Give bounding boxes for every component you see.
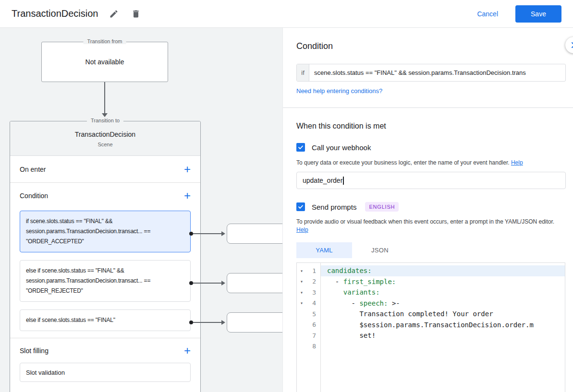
line-number: 1 [306, 267, 320, 274]
code-line[interactable]: candidates: [321, 265, 565, 276]
condition-section-row[interactable]: Condition + [10, 183, 200, 209]
condition-expression-input[interactable]: scene.slots.status == "FINAL" && session… [309, 64, 565, 81]
panel-title: Condition [296, 41, 333, 51]
add-condition-icon[interactable]: + [184, 190, 191, 201]
webhook-help-link[interactable]: Help [511, 159, 523, 166]
code-line[interactable]: - speech: >- [321, 298, 565, 309]
condition-card[interactable]: if scene.slots.status == "FINAL" && sess… [20, 211, 191, 252]
event-handler-value: update_order [303, 177, 342, 184]
collapse-panel-button[interactable] [565, 37, 573, 53]
transition-to-label: Transition to [87, 118, 123, 123]
slot-filling-row[interactable]: Slot filling + [10, 338, 200, 363]
tab-json[interactable]: JSON [352, 242, 408, 258]
connector-line [193, 322, 222, 323]
on-enter-label: On enter [20, 166, 46, 173]
editor-code[interactable]: candidates: - first_simple: variants: - … [321, 263, 565, 392]
scene-type: Scene [10, 142, 200, 148]
call-webhook-label: Call your webhook [312, 143, 371, 152]
connector-line [193, 233, 222, 234]
topbar: TransactionDecision Cancel Save [0, 0, 573, 28]
editor-gutter: ▾1▾2▾3▾45678 [297, 263, 321, 392]
text-cursor [343, 177, 344, 185]
fold-arrow-icon[interactable]: ▾ [297, 290, 306, 295]
add-on-enter-icon[interactable]: + [184, 164, 191, 175]
transition-arrow-head [102, 113, 108, 117]
scene-name: TransactionDecision [10, 130, 200, 139]
transition-target-node[interactable] [227, 312, 282, 333]
connector-arrowhead [221, 231, 225, 236]
conditions-help-link[interactable]: Need help entering conditions? [296, 87, 382, 95]
call-webhook-checkbox[interactable] [296, 143, 305, 152]
transition-from-node: Transition from Not available [41, 42, 168, 82]
transition-from-label: Transition from [84, 38, 126, 44]
topbar-actions: Cancel Save [477, 5, 561, 23]
scene-card: Transition to TransactionDecision Scene … [10, 121, 201, 392]
slot-filling-label: Slot filling [20, 347, 49, 355]
condition-detail-panel: Condition if scene.slots.status == "FINA… [282, 28, 573, 392]
scene-graph-canvas: Transition from Not available Transition… [0, 28, 282, 392]
editor-tabs: YAML JSON [296, 242, 408, 258]
condition-card-list: if scene.slots.status == "FINAL" && sess… [10, 209, 200, 338]
prompts-description: To provide audio or visual feedback when… [296, 218, 563, 234]
pencil-icon [109, 9, 119, 19]
code-line[interactable]: Transaction completed! Your order [321, 309, 565, 320]
fold-arrow-icon[interactable]: ▾ [297, 268, 306, 273]
send-prompts-label: Send prompts [312, 203, 356, 211]
line-number: 6 [306, 321, 320, 328]
cancel-button[interactable]: Cancel [477, 10, 498, 18]
event-handler-input[interactable]: update_order [296, 172, 566, 189]
send-prompts-row: Send prompts ENGLISH [296, 202, 399, 212]
transition-arrow-line [104, 82, 105, 114]
trash-icon [131, 9, 141, 19]
chevron-right-icon [570, 41, 573, 49]
send-prompts-checkbox[interactable] [296, 202, 305, 211]
call-webhook-row: Call your webhook [296, 143, 371, 152]
code-line[interactable]: - first_simple: [321, 276, 565, 287]
transition-target-node[interactable] [227, 273, 282, 293]
edit-title-button[interactable] [108, 8, 120, 20]
line-number: 5 [306, 310, 320, 318]
language-badge: ENGLISH [365, 202, 399, 212]
checkmark-icon [298, 144, 304, 150]
connector-line [193, 283, 222, 284]
checkmark-icon [298, 204, 304, 210]
scene-card-header[interactable]: TransactionDecision Scene [10, 121, 200, 156]
condition-expression-row: if scene.slots.status == "FINAL" && sess… [296, 64, 566, 82]
condition-card[interactable]: else if scene.slots.status == "FINAL" [20, 309, 191, 331]
condition-card[interactable]: else if scene.slots.status == "FINAL" &&… [20, 260, 191, 302]
topbar-title-group: TransactionDecision [12, 8, 142, 20]
webhook-description-text: To query data or execute your business l… [296, 159, 510, 166]
code-line[interactable] [321, 341, 565, 352]
slot-validation-item[interactable]: Slot validation [20, 363, 191, 382]
add-slot-icon[interactable]: + [184, 345, 191, 356]
prompts-description-text: To provide audio or visual feedback when… [296, 218, 554, 225]
prompt-editor[interactable]: ▾1▾2▾3▾45678 candidates: - first_simple:… [296, 262, 565, 392]
line-number: 8 [306, 343, 320, 350]
condition-section-label: Condition [20, 192, 48, 200]
connector-dot [189, 281, 193, 285]
line-number: 4 [306, 299, 320, 307]
fold-arrow-icon[interactable]: ▾ [297, 279, 306, 284]
fold-arrow-icon[interactable]: ▾ [297, 300, 306, 306]
code-line[interactable]: set! [321, 330, 565, 341]
when-met-title: When this condition is met [296, 122, 386, 131]
transition-target-node[interactable] [227, 224, 282, 244]
save-button[interactable]: Save [515, 5, 561, 23]
on-enter-row[interactable]: On enter + [10, 156, 200, 183]
connector-arrowhead [221, 281, 225, 285]
connector-dot [189, 232, 193, 236]
tab-yaml[interactable]: YAML [296, 242, 352, 258]
connector-arrowhead [221, 320, 225, 325]
code-line[interactable]: $session.params.TransactionDecision.orde… [321, 320, 565, 331]
page-title: TransactionDecision [12, 8, 98, 19]
transition-from-value: Not available [85, 58, 124, 66]
code-line[interactable]: variants: [321, 287, 565, 298]
webhook-description: To query data or execute your business l… [296, 159, 523, 167]
line-number: 7 [306, 332, 320, 339]
line-number: 2 [306, 278, 320, 285]
panel-divider [283, 107, 573, 108]
delete-scene-button[interactable] [130, 8, 142, 20]
prompts-help-link[interactable]: Help [296, 226, 308, 233]
line-number: 3 [306, 289, 320, 296]
if-label: if [297, 64, 309, 81]
